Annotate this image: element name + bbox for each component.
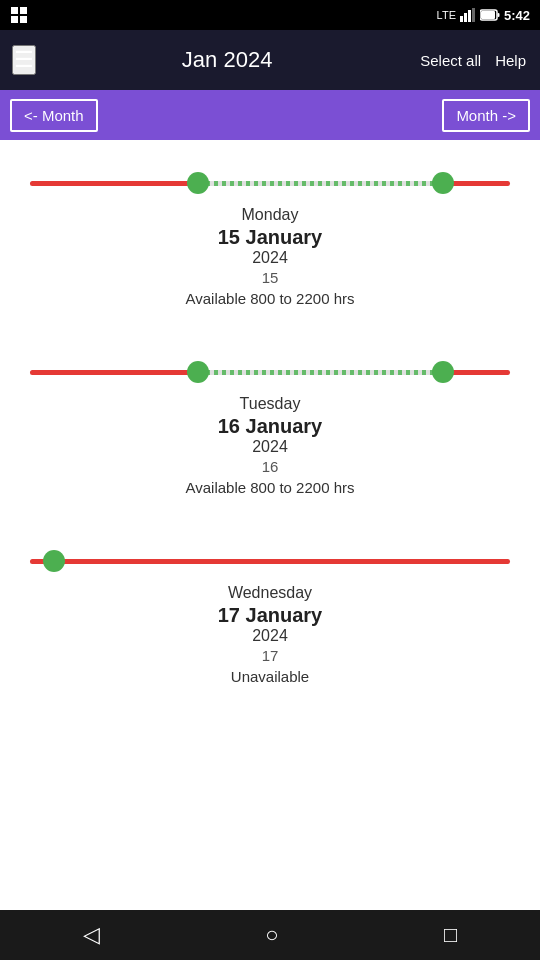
status-bar: LTE 5:42 — [0, 0, 540, 30]
hamburger-icon: ☰ — [14, 47, 34, 72]
day-number: 15 — [20, 269, 520, 286]
status-bar-left — [10, 6, 28, 24]
svg-rect-4 — [460, 16, 463, 22]
slider-container[interactable] — [20, 168, 520, 198]
svg-rect-9 — [497, 13, 499, 17]
main-content: Monday 15 January 2024 15 Available 800 … — [0, 140, 540, 910]
slider-thumb-left[interactable] — [43, 550, 65, 572]
battery-icon — [480, 9, 500, 21]
header: ☰ Jan 2024 Select all Help — [0, 30, 540, 90]
svg-rect-2 — [11, 16, 18, 23]
signal-icon — [460, 8, 476, 22]
back-icon: ◁ — [83, 922, 100, 947]
status-bar-right: LTE 5:42 — [437, 8, 530, 23]
next-month-button[interactable]: Month -> — [442, 99, 530, 132]
svg-rect-10 — [481, 11, 495, 19]
select-all-button[interactable]: Select all — [418, 48, 483, 73]
day-date: 15 January — [20, 226, 520, 249]
recent-apps-button[interactable]: □ — [424, 914, 477, 956]
day-card: Tuesday 16 January 2024 16 Available 800… — [0, 339, 540, 528]
day-status: Available 800 to 2200 hrs — [20, 479, 520, 496]
slider-thumb-right[interactable] — [432, 172, 454, 194]
slider-fill-middle — [198, 370, 443, 375]
header-title: Jan 2024 — [46, 47, 408, 73]
day-status: Available 800 to 2200 hrs — [20, 290, 520, 307]
menu-button[interactable]: ☰ — [12, 45, 36, 75]
day-name: Tuesday — [20, 395, 520, 413]
slider-fill-left — [30, 370, 198, 375]
day-status: Unavailable — [20, 668, 520, 685]
slider-thumb-right[interactable] — [432, 361, 454, 383]
lte-icon: LTE — [437, 9, 456, 21]
bottom-nav: ◁ ○ □ — [0, 910, 540, 960]
svg-rect-0 — [11, 7, 18, 14]
day-number: 16 — [20, 458, 520, 475]
svg-rect-5 — [464, 13, 467, 22]
svg-rect-7 — [472, 8, 475, 22]
slider-fill-middle — [198, 181, 443, 186]
day-year: 2024 — [20, 249, 520, 267]
slider-track — [30, 559, 510, 564]
time-display: 5:42 — [504, 8, 530, 23]
day-date: 16 January — [20, 415, 520, 438]
back-button[interactable]: ◁ — [63, 914, 120, 956]
slider-thumb-left[interactable] — [187, 172, 209, 194]
day-name: Monday — [20, 206, 520, 224]
svg-rect-6 — [468, 10, 471, 22]
slider-thumb-left[interactable] — [187, 361, 209, 383]
slider-fill-left — [30, 181, 198, 186]
day-name: Wednesday — [20, 584, 520, 602]
header-actions: Select all Help — [418, 48, 528, 73]
day-year: 2024 — [20, 438, 520, 456]
home-icon: ○ — [265, 922, 278, 947]
slider-track — [30, 370, 510, 375]
slider-container[interactable] — [20, 546, 520, 576]
day-card: Monday 15 January 2024 15 Available 800 … — [0, 150, 540, 339]
home-button[interactable]: ○ — [245, 914, 298, 956]
nav-bar: <- Month Month -> — [0, 90, 540, 140]
day-card: Wednesday 17 January 2024 17 Unavailable — [0, 528, 540, 717]
square-icon: □ — [444, 922, 457, 947]
svg-rect-1 — [20, 7, 27, 14]
grid-icon — [10, 6, 28, 24]
slider-track — [30, 181, 510, 186]
day-year: 2024 — [20, 627, 520, 645]
slider-container[interactable] — [20, 357, 520, 387]
slider-fill-left — [30, 559, 510, 564]
day-date: 17 January — [20, 604, 520, 627]
prev-month-button[interactable]: <- Month — [10, 99, 98, 132]
day-number: 17 — [20, 647, 520, 664]
svg-rect-3 — [20, 16, 27, 23]
help-button[interactable]: Help — [493, 48, 528, 73]
